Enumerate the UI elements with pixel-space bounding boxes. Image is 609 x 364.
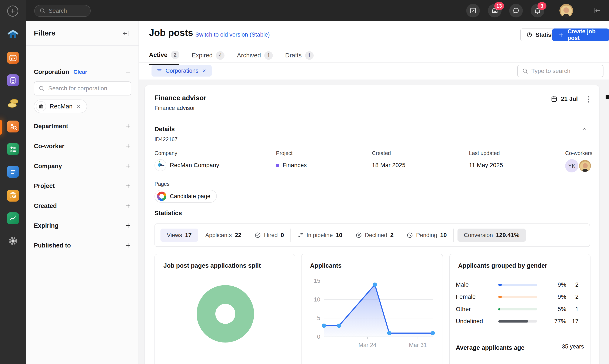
applicants-line-chart[interactable]: 051015Mar 24Mar 31	[301, 254, 444, 364]
chip-label: RecMan	[50, 103, 73, 110]
stat-declined[interactable]: Declined 2	[349, 229, 400, 242]
rail-item-documents[interactable]	[7, 166, 19, 178]
rail-item-finance[interactable]	[7, 97, 19, 110]
plus-icon[interactable]	[125, 203, 131, 209]
main-content: Job posts Switch to old version (Stable)…	[139, 21, 609, 364]
filter-section-created[interactable]: Created	[34, 199, 131, 212]
filters-header: Filters	[26, 21, 138, 46]
search-icon	[39, 85, 45, 92]
details-heading: Details	[154, 126, 175, 133]
plus-icon[interactable]	[125, 183, 131, 189]
corporation-section-header[interactable]: Corporation Clear	[34, 68, 131, 76]
job-id: ID422167	[154, 136, 177, 143]
collapse-topbar-button[interactable]	[593, 7, 601, 14]
filter-section-project[interactable]: Project	[34, 180, 131, 192]
plus-icon[interactable]	[125, 222, 131, 229]
rail-item-recruitment[interactable]	[7, 120, 19, 133]
rail-item-reports[interactable]	[7, 212, 19, 224]
filter-section-expiring[interactable]: Expiring	[34, 219, 131, 232]
switch-old-version-link[interactable]: Switch to old version (Stable)	[195, 31, 270, 38]
company-name: RecMan Company	[170, 162, 219, 169]
filter-section-co-worker[interactable]: Co-worker	[34, 140, 131, 153]
filter-section-company[interactable]: Company	[34, 160, 131, 172]
section-label: Co-worker	[34, 143, 64, 150]
tab-drafts[interactable]: Drafts 1	[285, 51, 313, 65]
gender-row-female: Female 9% 2	[456, 293, 585, 301]
filter-section-published-to[interactable]: Published to	[34, 239, 131, 252]
chip-label: Corporations	[165, 68, 199, 74]
recruitment-search-app-icon	[7, 120, 19, 132]
donut-chart[interactable]	[197, 285, 254, 342]
add-button[interactable]	[7, 6, 18, 17]
plus-icon[interactable]	[125, 123, 131, 129]
filter-section-department[interactable]: Department	[34, 120, 131, 132]
updated-value: 11 May 2025	[469, 162, 503, 169]
job-menu-button[interactable]	[584, 95, 593, 104]
job-post-search-input[interactable]: Type to search	[517, 65, 603, 77]
collapse-filters-button[interactable]	[122, 30, 130, 37]
chat-icon	[512, 7, 520, 14]
plus-icon[interactable]	[125, 242, 131, 248]
company-value[interactable]: Rec RecMan Company	[154, 159, 219, 171]
selected-corporation-chip[interactable]: RecMan	[34, 100, 87, 113]
job-expiry-date[interactable]: 21 Jul	[551, 95, 578, 102]
rail-item-time[interactable]	[7, 189, 19, 202]
create-job-post-button[interactable]: Create job post	[552, 28, 609, 41]
stat-label: In pipeline	[307, 232, 333, 239]
stat-label: Applicants	[205, 232, 232, 239]
gender-pct: 9%	[558, 281, 566, 288]
topbar: Search 13 3	[0, 0, 609, 21]
rail-item-settings[interactable]	[7, 235, 19, 247]
plus-icon[interactable]	[125, 143, 131, 149]
chart-app-icon	[7, 212, 19, 224]
rail-item-calculator[interactable]	[7, 143, 19, 155]
plus-icon[interactable]	[125, 163, 131, 169]
rail-item-home[interactable]	[7, 28, 19, 40]
stat-hired[interactable]: Hired 0	[248, 229, 291, 242]
documents-app-icon	[7, 166, 19, 178]
stat-value: 10	[336, 232, 342, 239]
global-search-input[interactable]: Search	[34, 5, 91, 17]
project-value[interactable]: Finances	[276, 162, 307, 169]
recman-logo: Rec	[154, 159, 166, 171]
tab-active[interactable]: Active 2	[149, 51, 179, 65]
rail-item-company[interactable]	[7, 74, 19, 87]
tab-archived[interactable]: Archived 1	[237, 51, 273, 65]
close-icon[interactable]	[76, 104, 81, 109]
search-icon	[522, 68, 528, 74]
tab-expired[interactable]: Expired 4	[192, 51, 225, 65]
corporations-filter-chip[interactable]: Corporations	[151, 65, 212, 77]
corporation-search-placeholder: Search for corporation...	[48, 85, 112, 92]
coworkers-value[interactable]: YK	[565, 159, 592, 172]
stat-conversion[interactable]: Conversion 129.41%	[458, 229, 526, 242]
svg-text:Mar 31: Mar 31	[409, 342, 427, 348]
corporation-search-input[interactable]: Search for corporation...	[34, 81, 131, 95]
tasks-button[interactable]	[466, 4, 480, 17]
calendar-app-icon	[7, 52, 19, 64]
gender-chart-card: Applicants grouped by gender Male 9% 2 F…	[449, 254, 591, 364]
chat-button[interactable]	[509, 4, 523, 17]
job-post-card[interactable]: Finance advisor Finance advisor 21 Jul D…	[145, 85, 600, 364]
stat-applicants[interactable]: Applicants 22	[199, 229, 248, 242]
collapse-details-button[interactable]	[581, 126, 588, 132]
rail-item-calendar[interactable]	[7, 52, 19, 64]
collapse-panel-icon	[122, 30, 130, 37]
gender-bar-female	[498, 296, 537, 298]
stat-views[interactable]: Views 17	[161, 229, 198, 242]
gender-pct: 5%	[558, 306, 566, 312]
stat-value: 22	[235, 232, 241, 239]
minus-icon[interactable]	[125, 69, 131, 75]
rail-active-indicator	[0, 120, 2, 135]
close-icon[interactable]	[202, 68, 207, 73]
stat-in-pipeline[interactable]: In pipeline 10	[291, 229, 349, 242]
gender-count: 17	[572, 318, 579, 325]
candidate-page-chip[interactable]: Candidate page	[154, 190, 217, 203]
svg-text:15: 15	[314, 278, 320, 284]
stat-pending[interactable]: Pending 10	[400, 229, 453, 242]
clear-corporation-link[interactable]: Clear	[73, 69, 87, 75]
scrollbar-thumb[interactable]	[606, 95, 609, 99]
coworkers-column-label: Co-workers	[565, 150, 592, 156]
building-icon	[36, 101, 46, 111]
coworker-avatar-initials: YK	[565, 159, 578, 172]
user-avatar[interactable]	[559, 4, 573, 17]
